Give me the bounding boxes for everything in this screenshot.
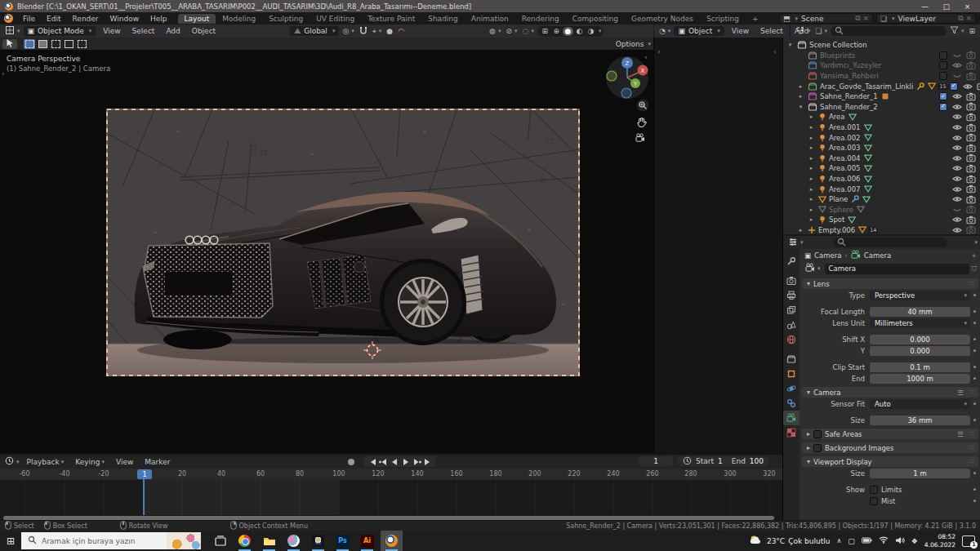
hide-viewport-toggle[interactable]: [951, 72, 963, 81]
panel-header-camera[interactable]: ▾Camera☰∷: [802, 387, 978, 398]
hide-viewport-toggle[interactable]: [951, 184, 963, 193]
timeline-menu-marker[interactable]: Marker: [139, 457, 176, 467]
volume-icon[interactable]: [895, 536, 905, 546]
properties-editor-type-button[interactable]: ▾: [786, 238, 805, 248]
animate-dot[interactable]: [970, 488, 978, 491]
jump-to-start-button[interactable]: [366, 457, 376, 466]
prev-keyframe-button[interactable]: [377, 457, 388, 466]
exclude-checkbox[interactable]: ✓: [938, 92, 949, 101]
viewport2-menu-select[interactable]: Select: [755, 26, 789, 36]
mist-checkbox[interactable]: Mist: [870, 496, 970, 506]
playhead[interactable]: [143, 479, 145, 515]
properties-tab-object[interactable]: [783, 367, 800, 381]
disable-render-toggle[interactable]: [976, 82, 980, 91]
animate-dot[interactable]: [970, 322, 978, 324]
workspace-tab-rendering[interactable]: Rendering: [515, 14, 566, 24]
active-tool-button[interactable]: [2, 39, 17, 49]
properties-tab-tool[interactable]: [783, 254, 800, 269]
expand-icon[interactable]: ▸: [808, 155, 815, 162]
panel-header-background-images[interactable]: ▸Background Images∷: [802, 442, 978, 453]
hide-viewport-toggle[interactable]: [951, 113, 963, 122]
select-mode-extend-button[interactable]: [37, 39, 48, 49]
outliner-item-area-007[interactable]: ▸Area.007: [783, 184, 980, 194]
outliner-display-mode[interactable]: ▾: [794, 26, 813, 37]
properties-options-icon[interactable]: ▾: [974, 239, 978, 246]
snapping-dropdown[interactable]: ⌖▾: [371, 27, 384, 36]
photoshop-taskbar-button[interactable]: Ps: [332, 531, 354, 551]
properties-tab-output[interactable]: [783, 288, 800, 303]
hide-viewport-toggle[interactable]: [951, 123, 963, 132]
material-preview-button[interactable]: ●: [563, 27, 573, 36]
disable-render-toggle[interactable]: [965, 102, 977, 111]
menu-edit[interactable]: Edit: [41, 14, 66, 24]
disable-render-toggle[interactable]: [965, 51, 977, 60]
disable-render-toggle[interactable]: [965, 123, 977, 132]
y-field[interactable]: 0.000: [870, 346, 970, 356]
panel-checkbox[interactable]: [813, 444, 822, 452]
auto-keying-button[interactable]: [346, 457, 356, 469]
wifi-icon[interactable]: [879, 536, 889, 545]
workspace-tab-animation[interactable]: Animation: [465, 14, 515, 24]
blender-taskbar-button[interactable]: [381, 531, 403, 551]
task-view-taskbar-button[interactable]: [209, 531, 231, 551]
expand-icon[interactable]: ▸: [808, 207, 815, 213]
workspace-tab-scripting[interactable]: Scripting: [700, 14, 746, 24]
list-icon[interactable]: ☰: [957, 430, 964, 438]
pivot-point-button[interactable]: ◎▾: [341, 27, 355, 35]
exclude-checkbox[interactable]: ✓: [938, 102, 949, 111]
exclude-checkbox[interactable]: [938, 72, 949, 81]
hide-viewport-toggle[interactable]: [951, 92, 963, 101]
transform-orientation[interactable]: ⟁ Global ▾: [290, 26, 339, 36]
properties-tab-data[interactable]: [783, 411, 800, 425]
fake-user-icon[interactable]: ⛉: [972, 264, 977, 273]
tray-tablet-icon[interactable]: ▢: [848, 537, 855, 545]
animate-dot[interactable]: [970, 472, 978, 474]
show-overlays-button[interactable]: ⊘▾: [504, 27, 519, 35]
filter-icon[interactable]: ▾: [948, 26, 966, 36]
explorer-taskbar-button[interactable]: [258, 531, 280, 551]
hide-viewport-toggle[interactable]: [951, 205, 963, 214]
pin-icon[interactable]: ⌖: [972, 251, 976, 260]
outliner-item-sphere[interactable]: ▸Sphere: [783, 205, 980, 216]
breadcrumb-object[interactable]: Camera: [814, 251, 841, 260]
disable-render-toggle[interactable]: [965, 195, 977, 204]
new-collection-button[interactable]: ⊞: [967, 27, 977, 35]
outliner-item-scene-collection[interactable]: ▾Scene Collection: [783, 40, 980, 51]
sensor-fit-field[interactable]: Auto▾: [870, 399, 970, 409]
expand-icon[interactable]: ▸: [797, 227, 804, 233]
viewport-menu-view[interactable]: View: [97, 26, 126, 36]
panel-checkbox[interactable]: [813, 430, 822, 438]
select-mode-subtract-button[interactable]: [50, 39, 61, 49]
outliner-item-sahne-render-1[interactable]: ▸Sahne_Render_1✓: [783, 91, 980, 102]
clip-start-field[interactable]: 0.1 m: [870, 362, 970, 372]
add-workspace-button[interactable]: +: [746, 14, 765, 24]
panel-header-viewport-display[interactable]: ▾Viewport Display∷: [802, 456, 978, 467]
panel-header-safe-areas[interactable]: ▸Safe Areas☰∷: [802, 429, 978, 439]
start-button[interactable]: ⊞: [0, 531, 21, 551]
illustrator-taskbar-button[interactable]: Ai: [356, 531, 378, 551]
hide-viewport-toggle[interactable]: [951, 144, 963, 153]
viewport-menu-select[interactable]: Select: [127, 26, 161, 36]
show-gizmo-button[interactable]: ◍▾: [488, 27, 502, 35]
expand-icon[interactable]: ▸: [808, 144, 815, 151]
size-field[interactable]: 1 m: [870, 469, 970, 478]
navigation-gizmo[interactable]: Z X Y: [604, 55, 650, 100]
properties-tab-collection[interactable]: [783, 352, 800, 367]
outliner-item-area-006[interactable]: ▸Area.006: [783, 174, 980, 184]
outliner-item-area[interactable]: ▸Area: [783, 112, 980, 122]
expand-icon[interactable]: ▾: [797, 104, 804, 110]
snap-toggle[interactable]: [358, 26, 369, 37]
play-reverse-button[interactable]: [389, 457, 399, 466]
hide-viewport-toggle[interactable]: [951, 133, 963, 142]
animate-dot[interactable]: [970, 338, 978, 340]
timeline-body[interactable]: [0, 480, 782, 515]
disable-render-toggle[interactable]: [965, 184, 977, 193]
workspace-tab-modeling[interactable]: Modeling: [216, 14, 262, 24]
viewport-3d[interactable]: Camera Perspective (1) Sahne_Render_2 | …: [0, 50, 653, 453]
workspace-tab-uv-editing[interactable]: UV Editing: [310, 14, 361, 24]
camera-datablock-icon[interactable]: ▾: [804, 263, 822, 274]
notification-center-icon[interactable]: 1: [962, 535, 975, 547]
outliner-item-arac-govde-tasarim-linkli[interactable]: ▸Arac_Govde_Tasarim_Linkli15✓: [783, 81, 980, 91]
grip-icon[interactable]: ∷: [970, 444, 975, 451]
hide-viewport-toggle[interactable]: [951, 175, 963, 184]
